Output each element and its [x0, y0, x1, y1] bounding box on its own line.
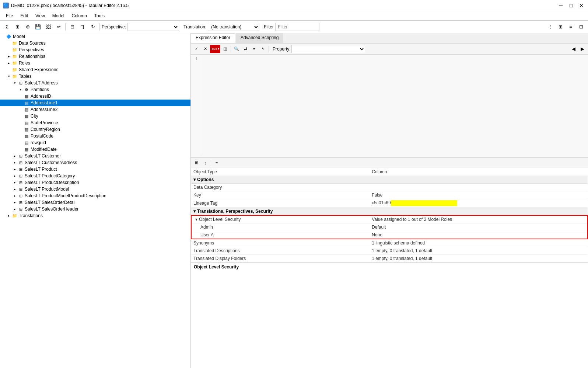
props-sort-button[interactable]: ↕ [201, 159, 209, 167]
find-replace-button[interactable]: ⇄ [241, 45, 249, 53]
cancel-button[interactable]: ✕ [201, 45, 209, 53]
indent-button[interactable]: ⤷ [259, 45, 267, 53]
prop-ols-name: ▾Object Level Security [191, 215, 370, 223]
refresh-button[interactable]: ↻ [88, 22, 98, 32]
minimize-button[interactable]: ─ [557, 2, 564, 9]
tree-item-saleslt-productdescription[interactable]: ▸ ⊞ SalesLT ProductDescription [0, 179, 190, 186]
database-button[interactable]: 💾 [33, 22, 43, 32]
tree-item-saleslt-address[interactable]: ▾ ⊞ SalesLT Address [0, 80, 190, 86]
tree-item-rowguid[interactable]: ▤ rowguid [0, 139, 190, 146]
tree-item-saleslt-salesorderheader[interactable]: ▸ ⊞ SalesLT SalesOrderHeader [0, 206, 190, 212]
prop-name: Translated Descriptions [191, 247, 370, 255]
tree-item-perspectives[interactable]: 📁 Perspectives [0, 46, 190, 53]
filter-input[interactable] [275, 23, 319, 31]
tree-item-modifieddate[interactable]: ▤ ModifiedDate [0, 146, 190, 153]
tree-item-translations[interactable]: ▸ 📁 Translations [0, 212, 190, 219]
funnel-icon[interactable]: ⋮ [545, 22, 555, 32]
prop-row-translateddescriptions: Translated Descriptions 1 empty, 0 trans… [191, 247, 588, 255]
props-filter-button[interactable]: ≡ [213, 159, 221, 167]
prop-row-lineagetag: Lineage Tag c5c01c69 [191, 199, 588, 208]
tab-expression-editor[interactable]: Expression Editor [191, 33, 235, 43]
tree-item-saleslt-productmodel[interactable]: ▸ ⊞ SalesLT ProductModel [0, 186, 190, 192]
tree-item-shared-expressions[interactable]: 📁 Shared Expressions [0, 66, 190, 73]
translation-combo[interactable]: (No translation) [208, 23, 259, 31]
image-button[interactable]: 🖼 [43, 22, 53, 32]
tree-item-tables[interactable]: ▾ 📁 Tables [0, 73, 190, 80]
tree-item-addressline2[interactable]: ▤ AddressLine2 [0, 106, 190, 113]
section-header-options[interactable]: ▾Options [191, 176, 588, 184]
tree-item-countryregion[interactable]: ▤ CountryRegion [0, 126, 190, 133]
tree-item-city[interactable]: ▤ City [0, 113, 190, 119]
code-editor[interactable]: 1 [191, 55, 588, 158]
nav-forward-button[interactable]: ▶ [578, 45, 587, 53]
tree-label: CountryRegion [31, 127, 60, 132]
menu-tools[interactable]: Tools [91, 13, 108, 19]
tree-label: AddressID [31, 94, 51, 99]
title-bar: 🔷 DEMO_0122B.pbix (localhost:52845) - Ta… [0, 0, 588, 11]
tree-expander: ▸ [6, 55, 12, 58]
prop-row-translateddisplayfolders: Translated Display Folders 1 empty, 0 tr… [191, 255, 588, 263]
prop-value: 1 empty, 0 translated, 1 default [370, 247, 588, 255]
tree-icon: ▤ [24, 146, 29, 152]
property-combo[interactable] [291, 45, 365, 53]
translation-label: Translation: [183, 24, 206, 29]
tree-item-addressid[interactable]: ▤ AddressID [0, 93, 190, 100]
menu-column[interactable]: Column [69, 13, 90, 19]
tree-label: City [31, 114, 38, 119]
edit-button[interactable]: ✏ [54, 22, 63, 32]
columns-button[interactable]: ⊟ [67, 22, 77, 32]
check-button[interactable]: ✓ [192, 45, 200, 53]
tree-item-saleslt-customeraddress[interactable]: ▸ ⊞ SalesLT CustomerAddress [0, 159, 190, 166]
menu-view[interactable]: View [32, 13, 48, 19]
tree-item-saleslt-customer[interactable]: ▸ ⊞ SalesLT Customer [0, 153, 190, 159]
dax-button[interactable]: DAX▼ [210, 45, 220, 53]
tree-item-roles[interactable]: ▸ 📁 Roles [0, 60, 190, 66]
tree-label: rowguid [31, 140, 46, 145]
tree-item-addressline1[interactable]: ▤ AddressLine1 [0, 100, 190, 106]
code-content[interactable] [204, 56, 587, 156]
perspective-combo[interactable] [127, 23, 179, 31]
hierarchy-button[interactable]: ⊕ [23, 22, 32, 32]
tree-item-data-sources[interactable]: 📁 Data Sources [0, 40, 190, 46]
prop-name: Key [191, 191, 370, 199]
align-button[interactable]: ≡ [250, 45, 258, 53]
section-header-translations-perspectives-security[interactable]: ▾Translations, Perspectives, Security [191, 208, 588, 216]
tree-item-postalcode[interactable]: ▤ PostalCode [0, 133, 190, 139]
tree-item-saleslt-productmodelproductdescription[interactable]: ▸ ⊞ SalesLT ProductModelProductDescripti… [0, 192, 190, 199]
sort-button[interactable]: ⇅ [78, 22, 87, 32]
tree-item-relationships[interactable]: ▸ 📁 Relationships [0, 53, 190, 60]
tree-item-stateprovince[interactable]: ▤ StateProvince [0, 119, 190, 126]
tree-label: Translations [19, 213, 43, 218]
prop-row-key: Key False [191, 191, 588, 199]
nav-back-button[interactable]: ◀ [570, 45, 578, 53]
app-icon: 🔷 [3, 3, 9, 8]
sigma-button[interactable]: Σ [2, 22, 12, 32]
tree-item-saleslt-product[interactable]: ▸ ⊞ SalesLT Product [0, 166, 190, 173]
prop-ols-child-1: User A None [191, 231, 588, 239]
expr-toolbar: ✓ ✕ DAX▼ ◫ 🔍 ⇄ ≡ ⤷ Property: ◀ ▶ [191, 44, 588, 55]
detail-view-button[interactable]: ⊡ [576, 22, 586, 32]
list-view-button[interactable]: ≡ [566, 22, 575, 32]
tree-item-partitions[interactable]: ▸ ⚙ Partitions [0, 86, 190, 93]
tree-item-model[interactable]: 🔷 Model [0, 33, 190, 40]
tab-advanced-scripting[interactable]: Advanced Scripting [236, 33, 283, 43]
prop-value-object-type: Column [370, 168, 588, 176]
tree-expander: ▸ [12, 174, 18, 178]
menu-model[interactable]: Model [49, 13, 67, 19]
format-button[interactable]: ◫ [221, 45, 229, 53]
grid-button[interactable]: ⊞ [13, 22, 22, 32]
close-button[interactable]: ✕ [578, 2, 585, 9]
tabs: Expression Editor Advanced Scripting [191, 33, 588, 44]
grid-view-button[interactable]: ⊞ [556, 22, 565, 32]
maximize-button[interactable]: □ [567, 2, 575, 9]
tree-item-saleslt-productcategory[interactable]: ▸ ⊞ SalesLT ProductCategory [0, 173, 190, 179]
tree-item-saleslt-salesorderdetail[interactable]: ▸ ⊞ SalesLT SalesOrderDetail [0, 199, 190, 206]
menu-file[interactable]: File [3, 13, 16, 19]
main-toolbar: Σ ⊞ ⊕ 💾 🖼 ✏ ⊟ ⇅ ↻ Perspective: Translati… [0, 21, 588, 33]
props-grid-button[interactable]: ⊞ [192, 159, 200, 167]
description-label: Object Level Security [194, 264, 239, 270]
tree-icon: 📁 [12, 53, 18, 59]
tree-icon: ▤ [24, 93, 29, 99]
search-button[interactable]: 🔍 [232, 45, 241, 53]
menu-edit[interactable]: Edit [17, 13, 31, 19]
